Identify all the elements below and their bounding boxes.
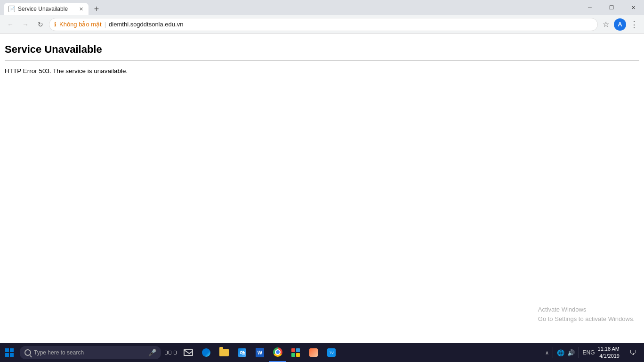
microphone-icon[interactable]: 🎤: [148, 349, 156, 356]
chrome-icon: [273, 347, 282, 357]
tab-title: Service Unavailable: [18, 6, 74, 12]
tab-area: 📄 Service Unavailable ✕ +: [0, 0, 579, 15]
taskview-button[interactable]: [162, 343, 179, 362]
favorites-button[interactable]: ☆: [600, 18, 612, 31]
word-icon: W: [256, 348, 264, 357]
word-button[interactable]: W: [251, 343, 268, 362]
file-explorer-button[interactable]: [216, 343, 233, 362]
taskview-icon: [165, 351, 177, 354]
network-icon[interactable]: 🌐: [557, 349, 564, 356]
folder-icon: [219, 349, 229, 356]
start-button[interactable]: [0, 343, 19, 362]
language-indicator[interactable]: ENG: [583, 349, 595, 356]
paint-button[interactable]: [305, 343, 322, 362]
window-controls: ─ ❐ ✕: [579, 0, 644, 15]
error-heading: Service Unavailable: [5, 43, 639, 56]
tiles-button[interactable]: [287, 343, 304, 362]
forward-button[interactable]: →: [19, 18, 32, 31]
mail-button[interactable]: [180, 343, 197, 362]
search-bar[interactable]: Type here to search 🎤: [20, 346, 161, 359]
close-button[interactable]: ✕: [622, 0, 644, 15]
store-button[interactable]: 🛍: [233, 343, 250, 362]
teamviewer-icon: TV: [327, 348, 336, 357]
restore-button[interactable]: ❐: [601, 0, 622, 15]
system-tray: ∧ 🌐 🔊 ENG 11:18 AM 4/1/2019 🗨: [541, 343, 644, 362]
edge-button[interactable]: [198, 343, 215, 362]
url-separator: |: [105, 21, 106, 28]
tab-close-button[interactable]: ✕: [77, 5, 85, 13]
minimize-button[interactable]: ─: [579, 0, 601, 15]
error-body: HTTP Error 503. The service is unavailab…: [5, 67, 639, 74]
search-icon: [24, 349, 31, 356]
url-bar[interactable]: ℹ Không bảo mật | diemthi.sogddtsonla.ed…: [49, 18, 598, 31]
new-tab-button[interactable]: +: [90, 3, 103, 15]
taskbar: Type here to search 🎤 🛍 W: [0, 343, 644, 362]
security-icon: ℹ: [54, 21, 56, 28]
volume-icon[interactable]: 🔊: [567, 349, 575, 356]
tiles-icon: [291, 348, 300, 357]
notification-button[interactable]: 🗨: [625, 343, 640, 362]
clock-date: 4/1/2019: [599, 353, 620, 360]
menu-button[interactable]: ⋮: [628, 18, 640, 31]
clock[interactable]: 11:18 AM 4/1/2019: [598, 346, 622, 360]
paint-icon: [309, 348, 318, 357]
titlebar: 📄 Service Unavailable ✕ + ─ ❐ ✕: [0, 0, 644, 15]
edge-icon: [202, 348, 210, 357]
teamviewer-button[interactable]: TV: [323, 343, 340, 362]
active-tab[interactable]: 📄 Service Unavailable ✕: [4, 3, 89, 15]
tab-favicon: 📄: [8, 6, 15, 12]
search-placeholder: Type here to search: [34, 349, 84, 356]
addressbar-right: ☆ A ⋮: [600, 18, 640, 31]
tray-divider2: [579, 347, 579, 358]
chrome-button[interactable]: [269, 343, 286, 362]
windows-icon: [5, 348, 14, 357]
store-icon: 🛍: [238, 348, 246, 357]
notification-icon: 🗨: [629, 349, 636, 356]
addressbar: ← → ↻ ℹ Không bảo mật | diemthi.sogddtso…: [0, 15, 644, 34]
profile-button[interactable]: A: [614, 18, 626, 31]
tray-divider: [553, 347, 553, 358]
clock-time: 11:18 AM: [598, 346, 620, 353]
show-hidden-icons-button[interactable]: ∧: [545, 350, 549, 356]
page-content: Service Unavailable HTTP Error 503. The …: [0, 34, 644, 343]
url-text: diemthi.sogddtsonla.edu.vn: [109, 21, 183, 28]
divider: [5, 60, 639, 61]
security-text: Không bảo mật: [59, 21, 102, 28]
back-button[interactable]: ←: [4, 18, 17, 31]
mail-icon: [184, 349, 193, 356]
refresh-button[interactable]: ↻: [34, 18, 47, 31]
